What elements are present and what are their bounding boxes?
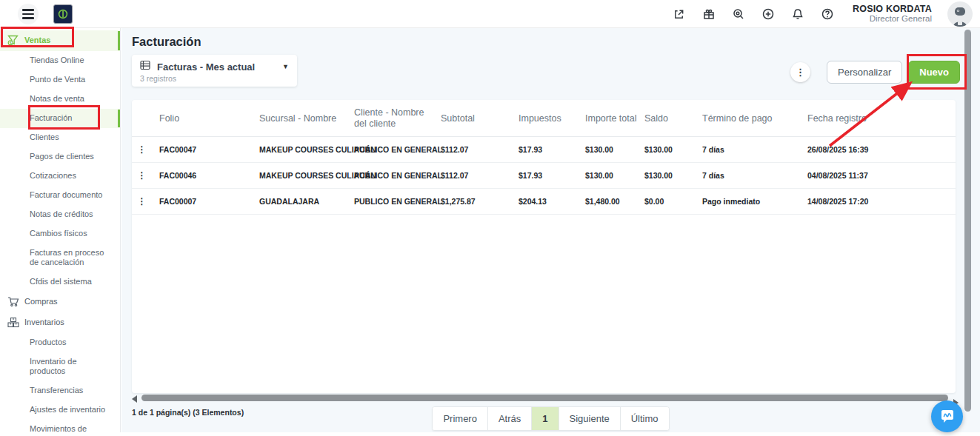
horizontal-scrollbar-thumb[interactable] (141, 395, 948, 401)
user-block[interactable]: ROSIO KORDATA Director General (853, 4, 932, 24)
cell-fecha-registro: 14/08/2025 17:20 (800, 197, 956, 206)
sidebar-item-facturacion[interactable]: Facturación (0, 109, 120, 128)
cart-icon (7, 296, 19, 307)
pagination-page-1[interactable]: 1 (532, 407, 559, 430)
gift-icon[interactable] (701, 7, 716, 21)
cell-impuestos: $204.13 (511, 197, 578, 206)
col-header-saldo[interactable]: Saldo (637, 113, 695, 124)
pagination: Primero Atrás 1 Siguiente Último (121, 406, 980, 431)
cell-subtotal: $112.07 (433, 145, 511, 154)
view-selector[interactable]: Facturas - Mes actual ▼ 3 registros (132, 55, 297, 87)
col-header-sucursal[interactable]: Sucursal - Nombre (252, 113, 347, 124)
vertical-scrollbar[interactable] (964, 30, 971, 412)
sidebar-item-facturar-documento[interactable]: Facturar documento (0, 186, 120, 205)
row-kebab-icon[interactable]: ⋮ (132, 146, 152, 153)
sidebar-item-punto-de-venta[interactable]: Punto de Venta (0, 70, 120, 90)
cell-saldo: $0.00 (637, 197, 695, 206)
record-count: 3 registros (132, 73, 297, 83)
col-header-cliente[interactable]: Cliente - Nombre del cliente (347, 107, 433, 130)
sidebar-item-tiendas-online[interactable]: Tiendas Online (0, 51, 120, 70)
sidebar-item-label: Ventas (24, 36, 50, 45)
col-header-fecha-registro[interactable]: Fecha registro (800, 113, 956, 124)
pagination-siguiente[interactable]: Siguiente (559, 407, 621, 430)
sidebar-item-transferencias[interactable]: Transferencias (0, 381, 120, 400)
sidebar-item-movimientos[interactable]: Movimientos de (0, 420, 120, 432)
bell-icon[interactable] (790, 7, 804, 21)
cell-saldo: $130.00 (637, 171, 695, 180)
chat-widget-button[interactable] (931, 400, 963, 432)
nuevo-button[interactable]: Nuevo (908, 61, 960, 84)
cell-fecha-registro: 26/08/2025 16:39 (800, 145, 956, 154)
cell-impuestos: $17.93 (511, 171, 578, 180)
app-logo[interactable] (53, 4, 73, 24)
pagination-atras[interactable]: Atrás (488, 407, 532, 430)
hamburger-menu-icon[interactable] (18, 4, 39, 24)
table-row[interactable]: ⋮ FAC00047 MAKEUP COURSES CULIACÁN PUBLI… (132, 137, 956, 163)
user-role: Director General (853, 14, 932, 24)
col-header-impuestos[interactable]: Impuestos (511, 113, 578, 124)
sidebar-item-label: Inventarios (24, 318, 64, 327)
cell-termino-pago: 7 días (695, 145, 800, 154)
scroll-left-icon[interactable] (132, 395, 137, 403)
cell-impuestos: $17.93 (511, 145, 578, 154)
help-icon[interactable] (820, 7, 834, 21)
row-kebab-icon[interactable]: ⋮ (132, 198, 152, 205)
sidebar-item-cfdis-del-sistema[interactable]: Cfdis del sistema (0, 272, 120, 292)
cell-folio: FAC00047 (152, 145, 252, 154)
cell-sucursal: GUADALAJARA (252, 197, 347, 206)
personalizar-button[interactable]: Personalizar (827, 61, 902, 84)
funnel-dollar-icon: $ (7, 35, 19, 46)
more-options-button[interactable]: ⋮ (790, 62, 810, 82)
sidebar: $ Ventas Tiendas Online Punto de Venta N… (0, 28, 121, 432)
search-icon[interactable] (731, 7, 745, 21)
avatar[interactable] (947, 1, 973, 27)
topbar: ROSIO KORDATA Director General (0, 0, 980, 28)
col-header-folio[interactable]: Folio (152, 113, 252, 124)
table-row[interactable]: ⋮ FAC00046 MAKEUP COURSES CULIACÁN PUBLI… (132, 163, 956, 189)
chat-bubble-icon (939, 408, 956, 426)
list-view-icon (140, 60, 150, 73)
cell-subtotal: $1,275.87 (433, 197, 511, 206)
sidebar-item-inventarios[interactable]: Inventarios (0, 312, 120, 333)
cell-sucursal: MAKEUP COURSES CULIACÁN (252, 171, 347, 180)
cell-subtotal: $112.07 (433, 171, 511, 180)
cell-importe-total: $1,480.00 (578, 197, 637, 206)
row-kebab-icon[interactable]: ⋮ (132, 172, 152, 179)
cell-folio: FAC00046 (152, 171, 252, 180)
sidebar-item-productos[interactable]: Productos (0, 333, 120, 352)
boxes-icon (7, 317, 19, 328)
pagination-primero[interactable]: Primero (433, 407, 488, 430)
cell-cliente: PUBLICO EN GENERAL (347, 171, 433, 180)
topbar-right: ROSIO KORDATA Director General (672, 0, 973, 28)
external-link-icon[interactable] (672, 7, 686, 21)
sidebar-item-cambios-fisicos[interactable]: Cambios físicos (0, 224, 120, 244)
add-icon[interactable] (761, 7, 775, 21)
table-row[interactable]: ⋮ FAC00007 GUADALAJARA PUBLICO EN GENERA… (132, 189, 956, 215)
user-name: ROSIO KORDATA (853, 4, 932, 14)
cell-importe-total: $130.00 (578, 145, 637, 154)
sidebar-item-ventas[interactable]: $ Ventas (0, 30, 120, 51)
sidebar-item-cotizaciones[interactable]: Cotizaciones (0, 167, 120, 186)
cell-sucursal: MAKEUP COURSES CULIACÁN (252, 145, 347, 154)
sidebar-item-notas-de-creditos[interactable]: Notas de créditos (0, 205, 120, 224)
cell-cliente: PUBLICO EN GENERAL (347, 145, 433, 154)
sidebar-item-inventario-de-productos[interactable]: Inventario de productos (0, 352, 120, 381)
col-header-subtotal[interactable]: Subtotal (433, 113, 511, 124)
table-header-row: Folio Sucursal - Nombre Cliente - Nombre… (132, 100, 956, 137)
sidebar-item-pagos-de-clientes[interactable]: Pagos de clientes (0, 147, 120, 167)
sidebar-item-notas-de-venta[interactable]: Notas de venta (0, 90, 120, 109)
view-selector-label: Facturas - Mes actual (157, 61, 276, 73)
chevron-down-icon: ▼ (282, 63, 289, 70)
sidebar-item-clientes[interactable]: Clientes (0, 128, 120, 147)
horizontal-scrollbar[interactable] (132, 395, 956, 402)
cell-folio: FAC00007 (152, 197, 252, 206)
sidebar-item-compras[interactable]: Compras (0, 292, 120, 312)
cell-saldo: $130.00 (637, 145, 695, 154)
sidebar-item-ajustes-de-inventario[interactable]: Ajustes de inventario (0, 400, 120, 420)
col-header-termino-de-pago[interactable]: Término de pago (695, 113, 800, 124)
sidebar-item-label: Compras (24, 297, 58, 306)
svg-text:$: $ (10, 41, 12, 45)
pagination-ultimo[interactable]: Último (621, 407, 669, 430)
col-header-importe-total[interactable]: Importe total (578, 113, 637, 124)
sidebar-item-facturas-en-proceso[interactable]: Facturas en proceso de cancelación (0, 244, 120, 272)
